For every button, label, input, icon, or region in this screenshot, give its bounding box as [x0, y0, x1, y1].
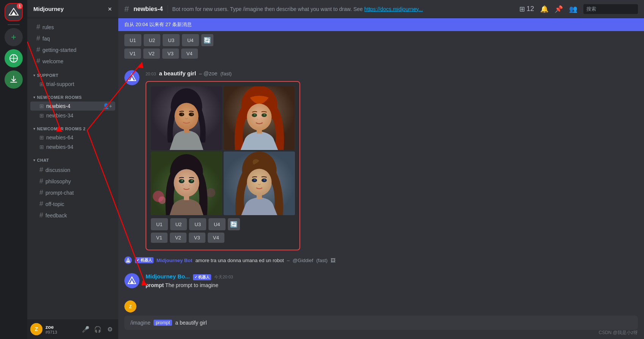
v3-button-top[interactable]: V3	[162, 48, 179, 59]
v4-button-top[interactable]: V4	[181, 48, 198, 59]
channel-header-hash-icon: #	[124, 4, 129, 14]
midjourney-server-icon[interactable]: 1	[5, 3, 23, 21]
image-cell-2	[224, 86, 295, 150]
message-author: a beautify girl	[159, 70, 196, 77]
channel-item-rules[interactable]: # rules	[30, 22, 115, 33]
svg-point-34	[192, 180, 193, 181]
svg-point-37	[186, 184, 187, 185]
u1-button[interactable]: U1	[151, 218, 168, 230]
refresh-button[interactable]: 🔄	[228, 218, 240, 230]
svg-point-31	[181, 180, 183, 182]
notification-message: ✓ 机器人 Midjourney Bot amore tra una donna…	[118, 253, 644, 267]
svg-point-7	[179, 112, 184, 116]
new-messages-bar[interactable]: 自从 20:04 以来有 27 条新消息	[118, 18, 644, 31]
bot-badge: ✓ 机器人	[193, 274, 212, 280]
svg-point-17	[254, 114, 256, 116]
channel-item-off-topic[interactable]: # off-topic	[30, 198, 115, 209]
server-dropdown-icon: ✕	[108, 6, 112, 12]
search-box[interactable]: 搜索	[583, 4, 638, 14]
command-param: prompt	[154, 320, 172, 326]
category-newcomer-rooms-2[interactable]: ▾ NEWCOMER ROOMS 2	[27, 120, 118, 133]
svg-point-14	[247, 103, 271, 130]
messages-area[interactable]: 自从 20:04 以来有 27 条新消息 U1 U2 U3 U4 🔄 V1 V2…	[118, 18, 644, 300]
svg-point-20	[260, 118, 262, 119]
pin-icon[interactable]: 📌	[555, 5, 563, 13]
v1-button[interactable]: V1	[151, 233, 168, 243]
username: zoe	[45, 324, 77, 330]
category-newcomer-rooms[interactable]: ▾ NEWCOMER ROOMS	[27, 89, 118, 101]
u2-button-top[interactable]: U2	[144, 34, 161, 46]
svg-point-33	[182, 180, 183, 181]
svg-text:Z: Z	[35, 326, 38, 332]
category-support[interactable]: ▾ SUPPORT	[27, 67, 118, 79]
v3-button[interactable]: V3	[189, 233, 205, 243]
channel-header-name: newbies-4	[133, 6, 163, 12]
header-icons: ⊞ 12 🔔 📌 👥 搜索	[519, 4, 638, 14]
server-divider	[8, 24, 20, 25]
input-area: Z /imagine prompt a beautify girl	[118, 300, 644, 339]
user-controls: 🎤 🎧 ⚙	[80, 324, 115, 334]
add-server-button[interactable]: +	[5, 28, 23, 46]
u4-button-top[interactable]: U4	[182, 34, 199, 46]
u4-button[interactable]: U4	[208, 218, 226, 230]
svg-point-19	[257, 119, 258, 120]
command-input[interactable]: /imagine prompt a beautify girl	[124, 316, 638, 330]
channel-item-philosophy[interactable]: # philosophy	[30, 176, 115, 187]
add-member-icon[interactable]: 👤+	[103, 103, 112, 109]
v1-button-top[interactable]: V1	[124, 48, 141, 59]
svg-point-41	[247, 169, 271, 195]
svg-point-28	[174, 169, 199, 197]
search-label: 搜索	[586, 6, 596, 12]
u3-button[interactable]: U3	[189, 218, 206, 230]
download-icon[interactable]	[5, 70, 23, 89]
server-header[interactable]: Midjourney ✕	[27, 0, 118, 18]
bot-timestamp: 今天20:03	[214, 274, 233, 280]
thread-count-icon[interactable]: ⊞ 12	[519, 5, 534, 13]
u2-button[interactable]: U2	[170, 218, 187, 230]
mention-user: @Giddief	[293, 258, 313, 263]
bot-author-name: Midjourney Bo...	[146, 273, 190, 280]
channel-item-prompt-chat[interactable]: # prompt-chat	[30, 187, 115, 198]
mute-button[interactable]: 🎤	[80, 324, 91, 334]
channel-item-newbies-4[interactable]: ⊞ newbies-4 👤+	[30, 102, 115, 111]
v4-button[interactable]: V4	[208, 233, 224, 243]
image-grid	[151, 86, 295, 215]
user-info: zoe #9713	[45, 324, 77, 334]
message-content: 20:03 a beautify girl – @zoe (fast)	[146, 70, 638, 253]
command-value: a beautify girl	[175, 320, 207, 326]
prompt-hint: The prompt to imagine	[165, 282, 218, 288]
notification-settings-icon[interactable]: 🔔	[540, 5, 548, 13]
explore-icon[interactable]	[5, 49, 23, 67]
channel-sidebar: Midjourney ✕ # rules # faq # getting-sta…	[27, 0, 118, 339]
mention: – @zoe	[199, 70, 217, 77]
channel-item-trial-support[interactable]: ⊞ trial-support	[30, 80, 115, 89]
hash-icon: #	[39, 211, 43, 219]
channel-item-newbies-64[interactable]: ⊞ newbies-64	[30, 133, 115, 142]
hash-icon: #	[39, 189, 43, 197]
channel-item-faq[interactable]: # faq	[30, 33, 115, 44]
v2-button[interactable]: V2	[170, 233, 186, 243]
u3-button-top[interactable]: U3	[163, 34, 180, 46]
thread-icon: ⊞	[39, 112, 44, 119]
members-icon[interactable]: 👥	[569, 5, 577, 13]
channel-item-feedback[interactable]: # feedback	[30, 210, 115, 221]
channel-item-discussion[interactable]: # discussion	[30, 164, 115, 175]
small-bot-avatar	[124, 256, 132, 264]
svg-point-25	[158, 197, 166, 204]
docs-link[interactable]: https://docs.midjourney...	[364, 6, 423, 12]
settings-button[interactable]: ⚙	[105, 324, 115, 334]
variation-buttons: V1 V2 V3 V4	[151, 233, 295, 243]
channel-item-getting-started[interactable]: # getting-started	[30, 44, 115, 55]
deafen-button[interactable]: 🎧	[92, 324, 103, 334]
category-chat[interactable]: ▾ CHAT	[27, 152, 118, 164]
user-area: Z zoe #9713 🎤 🎧 ⚙	[27, 319, 118, 339]
v2-button-top[interactable]: V2	[143, 48, 160, 59]
chevron-icon: ▾	[33, 73, 36, 77]
header-divider	[168, 5, 168, 13]
channel-item-newbies-34[interactable]: ⊞ newbies-34	[30, 111, 115, 120]
chevron-icon: ▾	[33, 158, 36, 162]
channel-item-newbies-94[interactable]: ⊞ newbies-94	[30, 142, 115, 152]
channel-item-welcome[interactable]: # welcome	[30, 56, 115, 67]
u1-button-top[interactable]: U1	[124, 34, 141, 46]
refresh-button-top[interactable]: 🔄	[201, 34, 213, 46]
